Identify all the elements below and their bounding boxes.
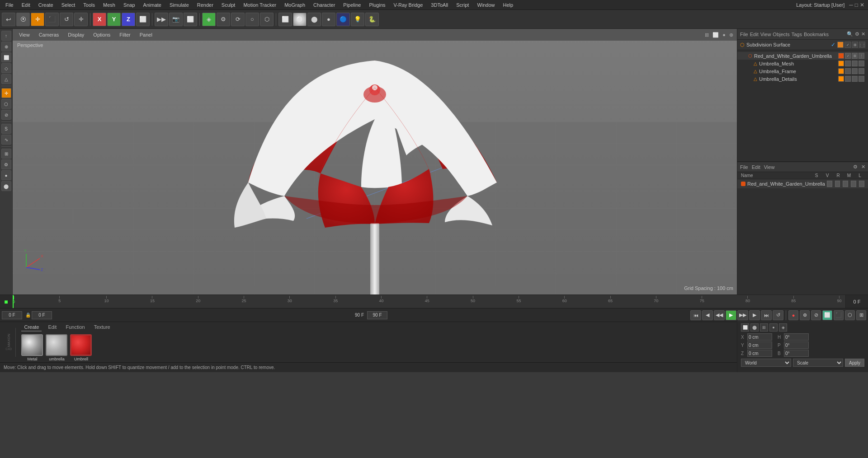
coord-icon-1[interactable]: ⬜ bbox=[741, 323, 749, 332]
menu-render[interactable]: Render bbox=[193, 1, 217, 9]
mat-tab-create[interactable]: Create bbox=[21, 323, 42, 332]
playhead[interactable] bbox=[13, 295, 14, 308]
timeline-track[interactable]: 0 5 10 15 20 25 bbox=[13, 295, 845, 308]
menu-pipeline[interactable]: Pipeline bbox=[340, 1, 364, 9]
attr-file-btn[interactable]: File bbox=[740, 164, 748, 170]
obj-details-grid[interactable] bbox=[852, 76, 858, 82]
undo-btn[interactable]: ↩ bbox=[2, 13, 15, 26]
mirror-tool-btn[interactable]: ● bbox=[1, 170, 11, 180]
obj-mgr-bookmarks-btn[interactable]: Bookmarks bbox=[804, 32, 829, 37]
y-axis-btn[interactable]: Y bbox=[107, 13, 121, 26]
transform-btn[interactable]: ✛ bbox=[74, 13, 88, 26]
menu-simulate[interactable]: Simulate bbox=[166, 1, 193, 9]
scale-tool-btn[interactable]: ⬡ bbox=[1, 99, 11, 109]
obj-mesh-check[interactable] bbox=[845, 61, 851, 66]
coord-apply-btn[interactable]: Apply bbox=[845, 359, 864, 367]
obj-mgr-tags-btn[interactable]: Tags bbox=[792, 32, 802, 37]
mode-btn-4[interactable]: ⬜ bbox=[822, 310, 832, 320]
window-controls[interactable]: ─ □ ✕ bbox=[849, 2, 866, 8]
obj-mgr-search-icon[interactable]: 🔍 bbox=[847, 31, 853, 37]
python-btn[interactable]: 🐍 bbox=[365, 13, 379, 26]
minimize-icon[interactable]: ─ bbox=[849, 2, 853, 8]
mat-tab-texture[interactable]: Texture bbox=[91, 323, 113, 332]
attr-col-l-val[interactable] bbox=[859, 181, 864, 187]
rotate-tool-btn[interactable]: ⊘ bbox=[1, 110, 11, 120]
select-tool-btn[interactable]: ↑ bbox=[1, 31, 11, 41]
wrap-tool-btn[interactable]: ⬤ bbox=[1, 181, 11, 191]
rect-select-btn[interactable]: ⬜ bbox=[1, 52, 11, 62]
render-region-btn[interactable]: ▶▶ bbox=[155, 13, 168, 26]
obj-mgr-view-btn[interactable]: View bbox=[760, 32, 771, 37]
obj-item-frame[interactable]: △ Umbrella_Frame bbox=[737, 67, 868, 75]
obj-details-dots[interactable] bbox=[859, 76, 864, 82]
rotate-btn[interactable]: ↺ bbox=[60, 13, 73, 26]
menu-character[interactable]: Character bbox=[310, 1, 339, 9]
viewport-panel-btn[interactable]: Panel bbox=[137, 31, 155, 38]
menu-script[interactable]: Script bbox=[453, 1, 472, 9]
lasso-select-btn[interactable]: △ bbox=[1, 74, 11, 84]
snap-btn[interactable]: ⦿ bbox=[16, 13, 30, 26]
close-icon[interactable]: ✕ bbox=[860, 2, 864, 8]
viewport-display-btn[interactable]: Display bbox=[65, 31, 87, 38]
attr-col-m-val[interactable] bbox=[851, 181, 856, 187]
mat-item-umbrell[interactable]: Umbrell bbox=[70, 334, 92, 361]
attr-object-row[interactable]: Red_and_White_Garden_Umbrella bbox=[737, 179, 868, 188]
viewport-icon4[interactable]: ⊕ bbox=[729, 32, 733, 38]
coord-icon-4[interactable]: ● bbox=[769, 323, 778, 332]
subdiv-grid-icon[interactable]: ⊞ bbox=[852, 42, 858, 48]
coord-icon-3[interactable]: ⊞ bbox=[760, 323, 768, 332]
subdivision-surface-row[interactable]: ⬡ Subdivision Surface ✓ ✓ ⊞ ⋮⋮ bbox=[737, 40, 868, 50]
mat-tab-function[interactable]: Function bbox=[63, 323, 87, 332]
mat-item-umbrella[interactable]: umbrella bbox=[46, 334, 67, 361]
edge-mode-btn[interactable]: ⟳ bbox=[231, 13, 245, 26]
obj-mgr-file-btn[interactable]: File bbox=[740, 32, 748, 37]
obj-mgr-close-icon[interactable]: ✕ bbox=[861, 31, 865, 37]
menu-motion-tracker[interactable]: Motion Tracker bbox=[240, 1, 280, 9]
viewport-icon3[interactable]: ● bbox=[722, 32, 726, 37]
scale-btn[interactable]: ⬛ bbox=[45, 13, 59, 26]
point-mode-btn[interactable]: ⚙ bbox=[217, 13, 230, 26]
viewport-icon1[interactable]: ⊞ bbox=[705, 32, 709, 38]
obj-dots[interactable]: ⋮ bbox=[859, 53, 864, 59]
frame-label-input[interactable] bbox=[32, 311, 52, 319]
menu-mesh[interactable]: Mesh bbox=[99, 1, 119, 9]
attr-edit-btn[interactable]: Edit bbox=[752, 164, 760, 170]
x-axis-btn[interactable]: X bbox=[93, 13, 106, 26]
coord-y-pos[interactable] bbox=[747, 341, 772, 349]
coord-icon-5[interactable]: ◈ bbox=[779, 323, 787, 332]
attr-col-s-val[interactable] bbox=[827, 181, 832, 187]
menu-edit[interactable]: Edit bbox=[18, 1, 34, 9]
attr-view-btn[interactable]: View bbox=[764, 164, 775, 170]
menu-tools[interactable]: Tools bbox=[80, 1, 99, 9]
go-end-btn[interactable]: ⏭ bbox=[761, 310, 772, 320]
move-btn[interactable]: ✛ bbox=[31, 13, 44, 26]
menu-plugins[interactable]: Plugins bbox=[365, 1, 389, 9]
menu-window[interactable]: Window bbox=[473, 1, 498, 9]
attr-close-icon[interactable]: ✕ bbox=[861, 164, 865, 170]
menu-snap[interactable]: Snap bbox=[120, 1, 139, 9]
obj-item-mesh[interactable]: △ Umbrella_Mesh bbox=[737, 60, 868, 67]
mode-btn-3[interactable]: ⊘ bbox=[811, 310, 821, 320]
live-selection-btn[interactable]: ⊕ bbox=[1, 42, 11, 51]
play-forward-btn[interactable]: ▶▶ bbox=[737, 310, 748, 320]
menu-vray[interactable]: V-Ray Bridge bbox=[390, 1, 427, 9]
floor-btn[interactable]: ⬜ bbox=[278, 13, 292, 26]
object-mode-btn[interactable]: ◈ bbox=[202, 13, 216, 26]
viewport-view-btn[interactable]: View bbox=[16, 31, 33, 38]
menu-help[interactable]: Help bbox=[500, 1, 517, 9]
attr-settings-icon[interactable]: ⚙ bbox=[853, 164, 858, 170]
coord-z-pos[interactable] bbox=[747, 350, 772, 357]
maximize-icon[interactable]: □ bbox=[855, 2, 858, 8]
obj-mgr-edit-btn[interactable]: Edit bbox=[750, 32, 759, 37]
obj-mesh-grid[interactable] bbox=[852, 61, 858, 66]
uv-mode-btn[interactable]: ⬡ bbox=[260, 13, 274, 26]
attr-col-v-val[interactable] bbox=[835, 181, 840, 187]
render-settings-btn[interactable]: ⬜ bbox=[184, 13, 197, 26]
coord-b-val[interactable] bbox=[784, 350, 809, 357]
loop-btn[interactable]: ↺ bbox=[773, 310, 783, 320]
mode-btn-5[interactable]: ⬛ bbox=[834, 310, 844, 320]
menu-3dtoall[interactable]: 3DToAll bbox=[427, 1, 452, 9]
viewport[interactable]: View Cameras Display Options Filter Pane… bbox=[13, 29, 737, 294]
prev-frame-btn[interactable]: ◀ bbox=[702, 310, 713, 320]
play-btn[interactable]: ▶ bbox=[726, 310, 736, 320]
